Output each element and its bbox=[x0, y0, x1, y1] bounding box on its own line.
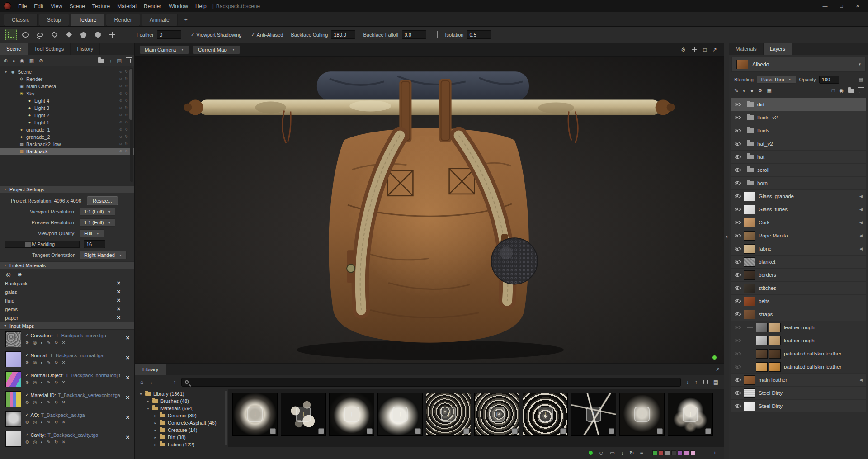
map-thumbnail[interactable] bbox=[5, 391, 21, 407]
download-icon[interactable] bbox=[686, 379, 689, 385]
map-reload-icon[interactable] bbox=[54, 400, 58, 405]
uv-padding-value[interactable]: 16 bbox=[84, 240, 105, 248]
layer-mask-thumbnail[interactable] bbox=[769, 349, 781, 359]
sync-icon[interactable] bbox=[125, 128, 128, 132]
fill-diamond-tool[interactable] bbox=[63, 29, 75, 40]
feather-input[interactable] bbox=[157, 30, 181, 39]
map-inspect-icon[interactable] bbox=[33, 440, 37, 445]
expander-icon[interactable]: ▸ bbox=[153, 414, 157, 418]
library-asset-thumbnail[interactable] bbox=[377, 393, 423, 436]
remove-map-icon[interactable] bbox=[126, 435, 130, 440]
scene-tree-row[interactable]: ⚙ Render bbox=[0, 76, 134, 83]
visibility-eye-icon[interactable] bbox=[735, 116, 741, 119]
menubar-item[interactable]: Scene bbox=[66, 3, 89, 9]
back-icon[interactable] bbox=[150, 379, 155, 385]
visibility-eye-icon[interactable] bbox=[735, 286, 741, 290]
linked-material-row[interactable]: paper bbox=[0, 313, 134, 322]
download-overlay-icon[interactable] bbox=[441, 407, 456, 422]
download-overlay-icon[interactable] bbox=[538, 407, 553, 422]
workspace-tab[interactable]: Classic bbox=[4, 14, 38, 26]
expander-icon[interactable]: ▸ bbox=[146, 399, 150, 403]
add-mesh-icon[interactable] bbox=[29, 58, 34, 63]
upload-icon[interactable] bbox=[695, 379, 698, 385]
folder-icon[interactable] bbox=[98, 59, 104, 63]
layer-row[interactable]: horn bbox=[731, 177, 866, 189]
linked-material-row[interactable]: Backpack bbox=[0, 279, 134, 288]
visibility-eye-icon[interactable] bbox=[735, 208, 741, 211]
left-panel-tab[interactable]: Tool Settings bbox=[28, 43, 71, 55]
library-asset-thumbnail[interactable] bbox=[426, 393, 471, 436]
layer-row[interactable]: belts bbox=[731, 295, 866, 308]
viewport-shadowing-checkbox[interactable]: Viewport Shadowing bbox=[191, 32, 241, 38]
layer-row[interactable]: Rope Manila bbox=[731, 229, 866, 242]
sync-icon[interactable] bbox=[125, 77, 128, 81]
visibility-eye-icon[interactable] bbox=[735, 378, 741, 382]
panel-splitter[interactable] bbox=[724, 43, 729, 459]
library-folder-row[interactable]: ▸ Brushes (48) bbox=[135, 397, 228, 405]
visibility-eye-icon[interactable] bbox=[735, 247, 741, 251]
preview-resolution-dropdown[interactable]: 1:1 (Full) bbox=[80, 218, 115, 227]
sync-icon[interactable] bbox=[125, 114, 128, 117]
layer-expand-icon[interactable] bbox=[858, 234, 863, 238]
right-panel-tab[interactable]: Materials bbox=[729, 43, 764, 55]
layer-thumbnail[interactable] bbox=[744, 388, 755, 398]
expander-icon[interactable]: ▾ bbox=[139, 392, 143, 396]
erase-tool-icon[interactable] bbox=[743, 88, 746, 93]
scene-tree-row[interactable]: ▦ Backpack2_low bbox=[0, 141, 134, 148]
map-thumbnail[interactable] bbox=[5, 411, 21, 427]
map-invert-icon[interactable] bbox=[41, 400, 43, 405]
color-swatch[interactable] bbox=[652, 450, 657, 455]
map-edit-icon[interactable] bbox=[47, 380, 51, 385]
layer-row[interactable]: dirt bbox=[731, 98, 866, 111]
scene-tree-row[interactable]: ● Light 3 bbox=[0, 104, 134, 112]
download-overlay-icon[interactable] bbox=[247, 407, 263, 422]
expander-icon[interactable]: ▸ bbox=[153, 435, 157, 440]
layer-thumbnail[interactable] bbox=[744, 402, 755, 411]
paint-tool-icon[interactable] bbox=[734, 88, 738, 93]
library-asset-thumbnail[interactable] bbox=[329, 393, 374, 436]
visibility-eye-icon[interactable] bbox=[735, 234, 741, 237]
layer-row[interactable]: stitches bbox=[731, 282, 866, 294]
map-reload-icon[interactable] bbox=[54, 380, 58, 385]
layer-row[interactable]: patinated calfskin leather bbox=[731, 347, 866, 360]
layer-row[interactable]: straps bbox=[731, 308, 866, 321]
sync-icon[interactable] bbox=[125, 70, 128, 74]
expander-icon[interactable]: ▸ bbox=[153, 421, 157, 425]
layer-expand-icon[interactable] bbox=[858, 208, 863, 212]
remove-material-icon[interactable] bbox=[117, 315, 121, 320]
remove-map-icon[interactable] bbox=[126, 375, 130, 380]
up-level-icon[interactable] bbox=[173, 379, 176, 385]
add-workspace-tab-button[interactable]: + bbox=[179, 14, 193, 26]
layer-thumbnail[interactable] bbox=[756, 323, 768, 332]
viewport-quality-dropdown[interactable]: Full bbox=[80, 229, 104, 237]
visibility-eye-icon[interactable] bbox=[735, 352, 741, 355]
visibility-eye-icon[interactable] bbox=[735, 326, 741, 329]
refresh-icon[interactable] bbox=[629, 450, 634, 456]
remove-material-icon[interactable] bbox=[117, 298, 121, 303]
fill-object-tool[interactable] bbox=[92, 29, 104, 40]
lock-icon[interactable] bbox=[119, 70, 123, 74]
layer-expand-icon[interactable] bbox=[858, 378, 863, 382]
layer-row[interactable]: patinated calfskin leather bbox=[731, 360, 866, 373]
sync-icon[interactable] bbox=[125, 92, 128, 95]
map-clear-icon[interactable] bbox=[62, 420, 66, 425]
forward-icon[interactable] bbox=[161, 379, 167, 385]
layer-thumbnail[interactable] bbox=[744, 270, 755, 280]
map-settings-icon[interactable] bbox=[25, 380, 29, 385]
remove-material-icon[interactable] bbox=[117, 307, 121, 312]
visibility-eye-icon[interactable] bbox=[735, 339, 741, 342]
anti-aliased-checkbox[interactable]: Anti-Aliased bbox=[251, 32, 283, 38]
layer-row[interactable]: main leather bbox=[731, 374, 866, 386]
remove-material-icon[interactable] bbox=[117, 289, 121, 294]
layer-thumbnail[interactable] bbox=[744, 375, 755, 385]
map-inspect-icon[interactable] bbox=[33, 380, 37, 385]
collapse-panel-icon[interactable] bbox=[725, 234, 727, 239]
visibility-eye-icon[interactable] bbox=[735, 260, 741, 264]
map-thumbnail[interactable] bbox=[5, 371, 21, 387]
lock-icon[interactable] bbox=[119, 150, 123, 153]
map-invert-icon[interactable] bbox=[41, 341, 43, 345]
remove-map-icon[interactable] bbox=[126, 355, 130, 360]
polygon-select-tool[interactable] bbox=[49, 29, 60, 40]
map-clear-icon[interactable] bbox=[62, 341, 66, 345]
color-swatch[interactable] bbox=[671, 450, 676, 455]
